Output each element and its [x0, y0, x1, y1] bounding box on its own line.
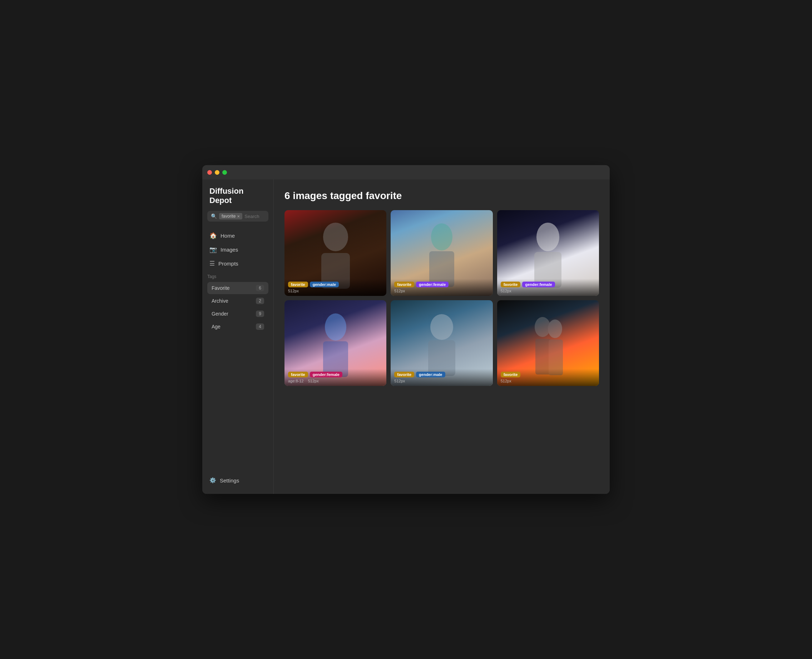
tag-gender-label: Gender: [211, 311, 229, 317]
card-meta-3: 512px: [501, 289, 595, 293]
sidebar-item-images[interactable]: 📷 Images: [205, 243, 271, 257]
tag-age-count: 4: [256, 323, 264, 330]
tag-item-age[interactable]: Age 4: [207, 320, 268, 333]
search-icon: 🔍: [211, 213, 217, 219]
card-tag-favorite-3: favorite: [501, 282, 521, 287]
card-tag-gender-1: gender:male: [310, 282, 339, 287]
card-overlay-2: favorite gender:female 512px: [391, 279, 492, 296]
search-input[interactable]: [244, 214, 266, 219]
tag-archive-label: Archive: [211, 298, 229, 304]
image-card-4[interactable]: favorite gender:female age:8-12 512px: [284, 300, 386, 386]
image-card-2[interactable]: favorite gender:female 512px: [391, 210, 492, 296]
card-tag-gender-5: gender:male: [416, 372, 445, 377]
page-heading: 6 images tagged favorite: [284, 190, 599, 202]
settings-label: Settings: [220, 478, 239, 484]
card-tags-2: favorite gender:female: [394, 282, 489, 287]
title-bar: [202, 165, 610, 180]
main-content: 6 images tagged favorite favorite gender…: [274, 180, 610, 494]
nav-home-label: Home: [221, 233, 235, 239]
card-tag-favorite-5: favorite: [394, 372, 414, 377]
tag-archive-count: 2: [256, 298, 264, 304]
search-tag-label: favorite: [222, 214, 235, 219]
image-card-3[interactable]: favorite gender:female 512px: [497, 210, 599, 296]
card-meta-4: age:8-12 512px: [288, 379, 383, 383]
card-tag-gender-2: gender:female: [416, 282, 449, 287]
tag-favorite-count: 6: [256, 285, 264, 291]
prompts-icon: ☰: [210, 260, 215, 267]
card-tags-6: favorite: [501, 372, 595, 377]
card-tag-favorite-1: favorite: [288, 282, 308, 287]
close-button[interactable]: [207, 170, 212, 175]
app-title: Diffusion Depot: [202, 186, 273, 205]
search-bar[interactable]: 🔍 favorite ✕: [207, 211, 268, 222]
card-tags-3: favorite gender:female: [501, 282, 595, 287]
tags-heading: Tags: [207, 274, 268, 279]
image-card-1[interactable]: favorite gender:male 512px: [284, 210, 386, 296]
card-overlay-6: favorite 512px: [497, 369, 599, 386]
svg-point-2: [431, 223, 453, 251]
search-tag-remove[interactable]: ✕: [237, 214, 240, 218]
card-tags-4: favorite gender:female: [288, 372, 383, 377]
sidebar-bottom: ⚙️ Settings: [202, 474, 273, 487]
settings-icon: ⚙️: [210, 477, 216, 484]
image-grid: favorite gender:male 512px: [284, 210, 599, 386]
maximize-button[interactable]: [222, 170, 227, 175]
sidebar: Diffusion Depot 🔍 favorite ✕ 🏠 Home 📷: [202, 180, 274, 494]
card-overlay-1: favorite gender:male 512px: [284, 279, 386, 296]
nav-prompts-label: Prompts: [218, 260, 238, 266]
settings-item[interactable]: ⚙️ Settings: [205, 474, 271, 487]
card-tag-favorite-6: favorite: [501, 372, 521, 377]
nav-images-label: Images: [221, 247, 238, 253]
card-age-4: age:8-12: [288, 379, 303, 383]
tag-item-favorite[interactable]: Favorite 6: [207, 282, 268, 294]
card-meta-5: 512px: [394, 379, 489, 383]
tag-age-label: Age: [211, 324, 221, 330]
card-tags-5: favorite gender:male: [394, 372, 489, 377]
image-card-5[interactable]: favorite gender:male 512px: [391, 300, 492, 386]
card-tag-gender-4: gender:female: [310, 372, 342, 377]
card-overlay-3: favorite gender:female 512px: [497, 279, 599, 296]
card-tag-favorite-2: favorite: [394, 282, 414, 287]
card-tag-gender-3: gender:female: [522, 282, 555, 287]
card-meta-6: 512px: [501, 379, 595, 383]
tag-gender-count: 9: [256, 311, 264, 317]
sidebar-item-home[interactable]: 🏠 Home: [205, 229, 271, 243]
card-overlay-4: favorite gender:female age:8-12 512px: [284, 369, 386, 386]
camera-icon: 📷: [210, 246, 217, 253]
sidebar-item-prompts[interactable]: ☰ Prompts: [205, 257, 271, 271]
search-tag-favorite[interactable]: favorite ✕: [219, 213, 242, 219]
svg-point-6: [325, 314, 346, 341]
card-meta-1: 512px: [288, 289, 383, 293]
svg-point-0: [323, 223, 348, 251]
app-window: Diffusion Depot 🔍 favorite ✕ 🏠 Home 📷: [202, 165, 610, 494]
card-tag-favorite-4: favorite: [288, 372, 308, 377]
nav-section: 🏠 Home 📷 Images ☰ Prompts: [202, 229, 273, 271]
card-meta-2: 512px: [394, 289, 489, 293]
tag-favorite-label: Favorite: [211, 285, 230, 291]
card-size-4: 512px: [308, 379, 319, 383]
card-tags-1: favorite gender:male: [288, 282, 383, 287]
svg-point-12: [548, 320, 562, 338]
image-card-6[interactable]: favorite 512px: [497, 300, 599, 386]
tags-section: Tags Favorite 6 Archive 2 Gender 9 Age 4: [202, 274, 273, 474]
svg-point-8: [430, 314, 453, 340]
svg-point-4: [536, 223, 559, 251]
app-body: Diffusion Depot 🔍 favorite ✕ 🏠 Home 📷: [202, 180, 610, 494]
tag-item-archive[interactable]: Archive 2: [207, 295, 268, 307]
home-icon: 🏠: [210, 232, 217, 240]
card-overlay-5: favorite gender:male 512px: [391, 369, 492, 386]
tag-item-gender[interactable]: Gender 9: [207, 308, 268, 320]
minimize-button[interactable]: [215, 170, 219, 175]
